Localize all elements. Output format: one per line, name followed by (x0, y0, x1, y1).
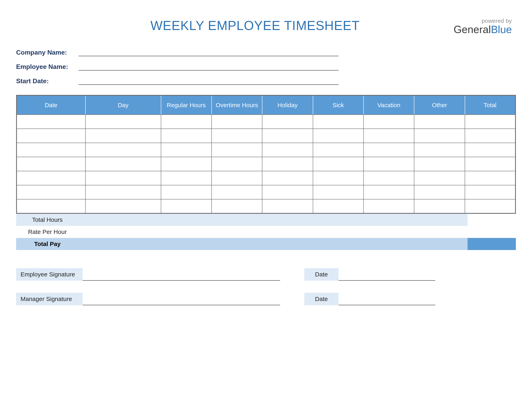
table-cell[interactable] (465, 129, 515, 143)
table-row (17, 199, 515, 213)
company-label: Company Name: (16, 49, 79, 56)
table-cell[interactable] (262, 129, 313, 143)
table-cell[interactable] (161, 143, 212, 157)
col-other: Other (414, 95, 465, 115)
col-holiday: Holiday (262, 95, 313, 115)
table-cell[interactable] (86, 143, 161, 157)
table-cell[interactable] (212, 157, 262, 171)
table-cell[interactable] (161, 199, 212, 213)
table-cell[interactable] (465, 143, 515, 157)
table-cell[interactable] (313, 185, 363, 199)
header: WEEKLY EMPLOYEE TIMESHEET powered by Gen… (16, 18, 516, 35)
table-cell[interactable] (212, 129, 262, 143)
table-cell[interactable] (313, 171, 363, 185)
table-cell[interactable] (313, 157, 363, 171)
table-cell[interactable] (86, 157, 161, 171)
table-cell[interactable] (17, 171, 86, 185)
info-block: Company Name: Employee Name: Start Date: (16, 49, 516, 85)
rate-value[interactable] (79, 226, 467, 238)
table-row (17, 185, 515, 199)
table-row (17, 115, 515, 129)
table-cell[interactable] (313, 115, 363, 129)
table-cell[interactable] (313, 143, 363, 157)
table-cell[interactable] (17, 157, 86, 171)
employee-date-input[interactable] (339, 269, 435, 281)
table-cell[interactable] (161, 157, 212, 171)
table-cell[interactable] (262, 171, 313, 185)
table-cell[interactable] (414, 129, 465, 143)
table-cell[interactable] (17, 129, 86, 143)
logo: powered by GeneralBlue (454, 18, 516, 35)
total-pay-row: Total Pay (16, 238, 516, 250)
table-cell[interactable] (363, 115, 414, 129)
table-cell[interactable] (363, 143, 414, 157)
table-cell[interactable] (414, 199, 465, 213)
table-cell[interactable] (17, 199, 86, 213)
table-cell[interactable] (262, 157, 313, 171)
page-title: WEEKLY EMPLOYEE TIMESHEET (57, 18, 454, 33)
table-cell[interactable] (212, 199, 262, 213)
table-cell[interactable] (212, 143, 262, 157)
table-cell[interactable] (161, 115, 212, 129)
timesheet-table: Date Day Regular Hours Overtime Hours Ho… (16, 95, 516, 214)
total-pay-value (467, 238, 516, 250)
table-header-row: Date Day Regular Hours Overtime Hours Ho… (17, 95, 515, 115)
col-total: Total (465, 95, 515, 115)
table-cell[interactable] (465, 171, 515, 185)
table-cell[interactable] (363, 157, 414, 171)
table-cell[interactable] (161, 129, 212, 143)
table-cell[interactable] (414, 171, 465, 185)
table-cell[interactable] (414, 185, 465, 199)
table-cell[interactable] (313, 199, 363, 213)
rate-row: Rate Per Hour (16, 226, 516, 238)
table-cell[interactable] (363, 185, 414, 199)
table-cell[interactable] (465, 157, 515, 171)
rate-label: Rate Per Hour (16, 226, 79, 238)
table-cell[interactable] (161, 171, 212, 185)
manager-date-input[interactable] (339, 294, 435, 305)
table-cell[interactable] (262, 115, 313, 129)
table-cell[interactable] (313, 129, 363, 143)
table-cell[interactable] (262, 143, 313, 157)
table-cell[interactable] (414, 115, 465, 129)
table-cell[interactable] (17, 115, 86, 129)
col-day: Day (86, 95, 161, 115)
table-cell[interactable] (17, 143, 86, 157)
employee-input[interactable] (79, 63, 339, 71)
table-cell[interactable] (414, 143, 465, 157)
table-cell[interactable] (465, 199, 515, 213)
table-cell[interactable] (262, 185, 313, 199)
table-cell[interactable] (212, 171, 262, 185)
table-cell[interactable] (17, 185, 86, 199)
col-date: Date (17, 95, 86, 115)
col-regular: Regular Hours (161, 95, 212, 115)
total-hours-value[interactable] (79, 214, 467, 226)
table-cell[interactable] (86, 171, 161, 185)
employee-signature-label: Employee Signature (16, 268, 83, 281)
logo-part2: Blue (491, 24, 512, 35)
col-vacation: Vacation (363, 95, 414, 115)
table-cell[interactable] (86, 199, 161, 213)
total-hours-label: Total Hours (16, 214, 79, 226)
table-cell[interactable] (465, 115, 515, 129)
manager-signature-input[interactable] (83, 294, 280, 305)
table-row (17, 157, 515, 171)
company-input[interactable] (79, 49, 339, 56)
table-cell[interactable] (363, 171, 414, 185)
manager-date-label: Date (304, 293, 339, 305)
table-row (17, 129, 515, 143)
col-sick: Sick (313, 95, 363, 115)
table-cell[interactable] (86, 115, 161, 129)
table-cell[interactable] (363, 199, 414, 213)
employee-signature-input[interactable] (83, 269, 280, 281)
table-cell[interactable] (212, 185, 262, 199)
table-cell[interactable] (86, 129, 161, 143)
table-cell[interactable] (86, 185, 161, 199)
start-date-input[interactable] (79, 78, 339, 85)
table-cell[interactable] (414, 157, 465, 171)
table-cell[interactable] (212, 115, 262, 129)
table-cell[interactable] (363, 129, 414, 143)
table-cell[interactable] (161, 185, 212, 199)
table-cell[interactable] (262, 199, 313, 213)
table-cell[interactable] (465, 185, 515, 199)
